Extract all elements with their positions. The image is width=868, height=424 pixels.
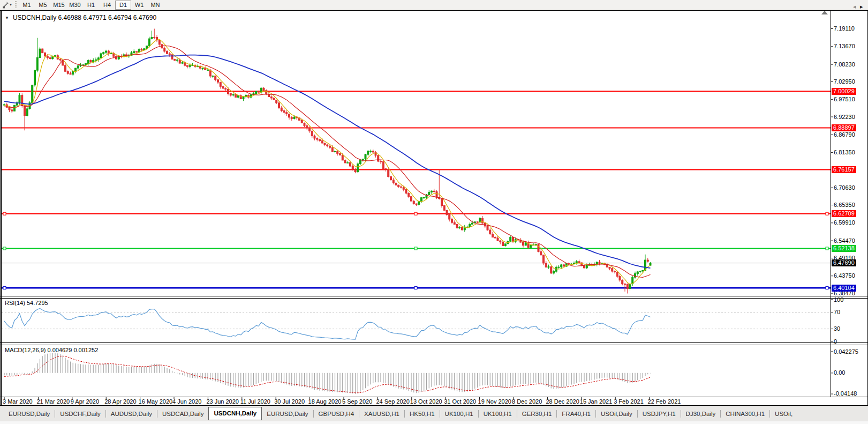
line-handle[interactable] — [3, 287, 6, 289]
candle-body — [609, 267, 610, 268]
tab-eurusd-daily[interactable]: EURUSD,Daily — [4, 408, 55, 420]
candle-body — [276, 100, 277, 103]
timeframe-button-m30[interactable]: M30 — [67, 1, 83, 10]
main-panel[interactable] — [2, 29, 831, 294]
candle-body — [512, 237, 514, 242]
date-label: 3 Feb 2021 — [614, 398, 644, 405]
candle-body — [342, 155, 343, 160]
tab-uk100-h1[interactable]: UK100,H1 — [440, 408, 478, 420]
rsi-tick-label: 30 — [834, 325, 840, 332]
candle-body — [472, 223, 473, 224]
price-tick-label: 7.02950 — [834, 78, 855, 85]
timeframe-button-h4[interactable]: H4 — [99, 1, 115, 10]
candle-body — [494, 237, 496, 238]
candle-body — [339, 153, 341, 155]
macd-panel[interactable] — [4, 353, 651, 394]
tab-usdcnh-daily[interactable]: USDCNH,Daily — [208, 407, 262, 420]
candle-body — [482, 218, 484, 223]
timeframe-button-m1[interactable]: M1 — [19, 1, 35, 10]
tab-xauusd-h1[interactable]: XAUUSD,H1 — [359, 408, 404, 420]
tab-usoil[interactable]: USOil, — [770, 408, 797, 420]
line-handle[interactable] — [414, 212, 417, 215]
drawing-tool-icon[interactable] — [2, 1, 9, 9]
line-handle[interactable] — [826, 287, 828, 289]
candle-body — [370, 151, 372, 152]
candle-body — [563, 265, 565, 266]
line-handle[interactable] — [414, 287, 417, 289]
tab-audusd-daily[interactable]: AUDUSD,Daily — [106, 408, 157, 420]
tab-dj30-daily[interactable]: DJ30,Daily — [681, 408, 721, 420]
tab-china300-h1[interactable]: CHINA300,H1 — [721, 408, 769, 420]
tab-usdjpy-h1[interactable]: USDJPY,H1 — [638, 408, 681, 420]
tab-eurusd-daily[interactable]: EURUSD,Daily — [262, 408, 313, 420]
candle-body — [561, 265, 562, 267]
tab-ger30-h1[interactable]: GER30,H1 — [517, 408, 557, 420]
macd-tick-label: -0.04148 — [834, 390, 857, 397]
candle-body — [177, 60, 178, 61]
timeframe-button-m5[interactable]: M5 — [35, 1, 51, 10]
tab-scroll-left-icon[interactable]: ◂ — [853, 3, 856, 10]
candle-body — [378, 155, 379, 161]
candle-body — [538, 244, 539, 252]
tab-usdchf-daily[interactable]: USDCHF,Daily — [55, 408, 105, 420]
candle-body — [278, 103, 280, 108]
price-chart-canvas[interactable] — [0, 0, 868, 424]
candle-body — [619, 277, 621, 280]
rsi-panel[interactable] — [2, 308, 831, 339]
candle-body — [462, 227, 463, 230]
candle-body — [301, 120, 303, 123]
candle-body — [228, 90, 229, 94]
price-level-badge: 6.88897 — [832, 124, 856, 131]
line-handle[interactable] — [3, 247, 6, 250]
chart-dropdown-icon[interactable]: ▼ — [5, 16, 9, 20]
candle-body — [169, 54, 170, 55]
candle-body — [385, 169, 387, 169]
tab-hk50-h1[interactable]: HK50,H1 — [405, 408, 440, 420]
line-handle[interactable] — [826, 212, 828, 215]
candle-body — [283, 110, 285, 112]
timeframe-button-d1[interactable]: D1 — [115, 1, 131, 10]
tab-scroll-right-icon[interactable]: ▸ — [860, 3, 863, 10]
tab-fra40-h1[interactable]: FRA40,H1 — [557, 408, 595, 420]
candle-body — [167, 51, 168, 54]
candle-body — [85, 64, 87, 65]
timeframe-button-m15[interactable]: M15 — [51, 1, 67, 10]
candle-body — [270, 96, 272, 98]
timeframe-button-h1[interactable]: H1 — [83, 1, 99, 10]
candle-body — [32, 85, 33, 103]
date-label: 4 Jun 2020 — [172, 398, 201, 405]
price-level-badge: 6.62709 — [832, 210, 856, 217]
date-label: 19 Nov 2020 — [478, 398, 511, 405]
candle-body — [421, 198, 422, 202]
timeframe-toolbar: ▾ M1M5M15M30H1H4D1W1MN — [0, 0, 868, 10]
candle-body — [545, 263, 547, 267]
candle-body — [158, 40, 160, 44]
candle-body — [258, 91, 260, 92]
price-tick-label: 6.70630 — [834, 184, 855, 191]
line-handle[interactable] — [414, 247, 417, 250]
bottom-strip — [0, 421, 868, 424]
candle-body — [291, 117, 292, 118]
tab-uk100-h1[interactable]: UK100,H1 — [479, 408, 517, 420]
tab-usdcad-daily[interactable]: USDCAD,Daily — [157, 408, 208, 420]
line-handle[interactable] — [3, 212, 6, 215]
mt4-terminal: ▾ M1M5M15M30H1H4D1W1MN ▼USDCNH,Daily 6.4… — [0, 0, 868, 424]
tab-usoil-daily[interactable]: USOil,Daily — [596, 408, 637, 420]
tab-gbpusd-h4[interactable]: GBPUSD,H4 — [314, 408, 359, 420]
candle-body — [502, 242, 504, 246]
timeframe-button-mn[interactable]: MN — [147, 1, 163, 10]
timeframe-button-w1[interactable]: W1 — [131, 1, 147, 10]
candle-body — [52, 57, 54, 59]
rsi-line — [4, 308, 651, 339]
candle-body — [87, 61, 89, 64]
candle-body — [599, 262, 600, 264]
candle-body — [311, 131, 313, 136]
moving-average-line — [4, 46, 651, 277]
price-level-badge: 6.40104 — [832, 285, 856, 292]
chevron-down-icon[interactable]: ▾ — [10, 1, 12, 9]
line-handle[interactable] — [826, 247, 828, 250]
toolbar-grip[interactable] — [15, 1, 17, 8]
candle-body — [286, 113, 288, 114]
candle-body — [487, 226, 488, 230]
date-label: 9 Apr 2020 — [71, 398, 99, 405]
